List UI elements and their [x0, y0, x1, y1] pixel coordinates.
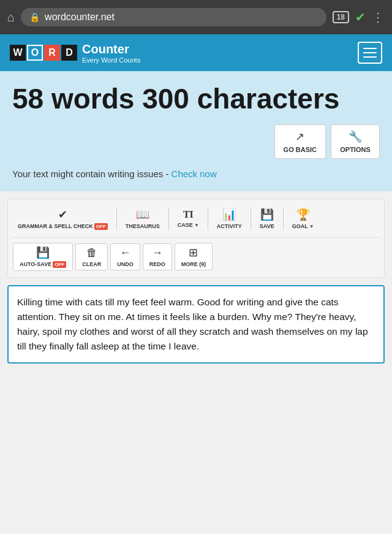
grammar-off-badge: OFF: [94, 223, 108, 230]
hamburger-line-3: [363, 56, 377, 58]
home-icon[interactable]: ⌂: [7, 10, 15, 25]
lock-icon: 🔒: [29, 12, 40, 22]
separator-2: [168, 208, 169, 230]
options-button[interactable]: 🔧 OPTIONS: [331, 124, 380, 159]
grammar-spell-check-button[interactable]: ✔ GRAMMAR & SPELL CHECK OFF: [13, 205, 113, 232]
save-icon: 💾: [260, 208, 274, 221]
separator-3: [208, 208, 208, 230]
clear-button[interactable]: 🗑 CLEAR: [75, 243, 108, 270]
hamburger-line-2: [363, 52, 377, 53]
logo-d: D: [61, 45, 77, 61]
logo-title: Counter: [82, 42, 129, 56]
site-header: W O R D Counter Every Word Counts: [0, 34, 392, 71]
logo-text: Counter Every Word Counts: [82, 42, 140, 64]
case-chevron-icon: ▼: [194, 223, 199, 228]
thesaurus-label: THESAURUS: [126, 223, 160, 229]
redo-label: REDO: [149, 261, 165, 267]
stats-buttons: ↗ GO BASIC 🔧 OPTIONS: [12, 124, 380, 159]
case-button[interactable]: TI CASE ▼: [173, 207, 204, 231]
text-area-container[interactable]: Killing time with cats till my feet feel…: [7, 285, 385, 364]
writing-issues-text: Your text might contain writing issues -: [12, 169, 172, 179]
url-text: wordcounter.net: [45, 12, 318, 23]
clear-icon: 🗑: [86, 246, 97, 259]
more-label: MORE (9): [181, 261, 206, 267]
auto-save-button[interactable]: 💾 AUTO-SAVE OFF: [13, 243, 73, 271]
goal-label: GOAL: [292, 223, 308, 229]
undo-label: UNDO: [117, 261, 134, 267]
options-icon: 🔧: [349, 130, 362, 143]
separator-5: [283, 208, 284, 230]
logo-w: W: [10, 45, 26, 61]
address-bar[interactable]: 🔒 wordcounter.net: [21, 8, 326, 26]
stats-count: 58 words 300 characters: [12, 83, 380, 115]
clear-label: CLEAR: [82, 261, 101, 267]
activity-icon: 📊: [222, 208, 236, 221]
undo-icon: ←: [119, 246, 130, 259]
redo-button[interactable]: → REDO: [143, 243, 172, 270]
tab-count[interactable]: 18: [333, 11, 349, 23]
go-basic-button[interactable]: ↗ GO BASIC: [274, 124, 326, 159]
goal-chevron-icon: ▼: [309, 224, 314, 229]
browser-menu-icon[interactable]: ⋮: [372, 10, 385, 25]
more-icon: ⊞: [189, 246, 198, 259]
logo[interactable]: W O R D Counter Every Word Counts: [10, 42, 140, 64]
grammar-label-row: GRAMMAR & SPELL CHECK OFF: [18, 223, 108, 230]
hamburger-menu-button[interactable]: [358, 42, 382, 64]
redo-icon: →: [152, 246, 163, 259]
case-label-row: CASE ▼: [178, 222, 199, 228]
case-icon: TI: [183, 209, 194, 220]
toolbar: ✔ GRAMMAR & SPELL CHECK OFF 📖 THESAURUS …: [7, 199, 385, 278]
case-label: CASE: [178, 222, 193, 228]
shield-icon: ✔: [355, 10, 366, 25]
logo-o: O: [27, 45, 43, 61]
goal-label-row: GOAL ▼: [292, 223, 314, 229]
undo-button[interactable]: ← UNDO: [110, 243, 140, 270]
activity-label: ACTIVITY: [217, 223, 242, 229]
check-now-link[interactable]: Check now: [172, 169, 217, 179]
go-basic-icon: ↗: [295, 130, 304, 143]
browser-chrome: ⌂ 🔒 wordcounter.net 18 ✔ ⋮: [0, 0, 392, 34]
toolbar-row-2: 💾 AUTO-SAVE OFF 🗑 CLEAR ← UNDO → REDO ⊞ …: [12, 240, 380, 273]
thesaurus-icon: 📖: [136, 208, 149, 221]
options-label: OPTIONS: [340, 146, 371, 153]
logo-subtitle: Every Word Counts: [82, 56, 140, 64]
hamburger-line-1: [363, 48, 377, 49]
separator-4: [251, 208, 251, 230]
grammar-label: GRAMMAR & SPELL CHECK: [18, 223, 93, 229]
more-button[interactable]: ⊞ MORE (9): [175, 243, 213, 270]
thesaurus-button[interactable]: 📖 THESAURUS: [121, 205, 165, 232]
save-button[interactable]: 💾 SAVE: [255, 205, 279, 232]
activity-button[interactable]: 📊 ACTIVITY: [212, 205, 247, 232]
separator-1: [116, 208, 117, 230]
auto-save-icon: 💾: [36, 246, 50, 259]
auto-save-off-badge: OFF: [53, 261, 66, 268]
goal-button[interactable]: 🏆 GOAL ▼: [287, 205, 319, 232]
grammar-check-icon: ✔: [58, 208, 67, 221]
toolbar-row-1: ✔ GRAMMAR & SPELL CHECK OFF 📖 THESAURUS …: [12, 203, 380, 238]
go-basic-label: GO BASIC: [284, 146, 317, 153]
goal-icon: 🏆: [296, 208, 310, 221]
stats-area: 58 words 300 characters ↗ GO BASIC 🔧 OPT…: [0, 71, 392, 191]
auto-save-label-row: AUTO-SAVE OFF: [20, 261, 66, 268]
logo-r: R: [44, 45, 60, 61]
save-label: SAVE: [260, 223, 274, 229]
logo-letters: W O R D: [10, 45, 77, 61]
writing-issues: Your text might contain writing issues -…: [12, 169, 380, 181]
auto-save-label: AUTO-SAVE: [20, 261, 51, 267]
text-content[interactable]: Killing time with cats till my feet feel…: [17, 295, 375, 354]
